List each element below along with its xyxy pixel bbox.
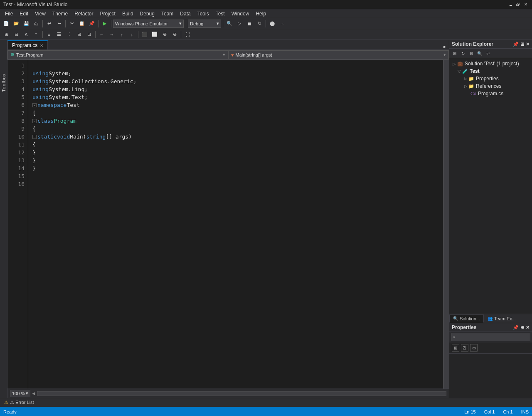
nav-member-dropdown[interactable]: ♥ Main(string[] args) ▾ [228, 50, 449, 59]
se-float-btn[interactable]: ⊞ [520, 42, 524, 47]
tb2-17[interactable]: ⊖ [170, 30, 179, 39]
tb-copy[interactable]: 📋 [77, 19, 86, 28]
tb2-16[interactable]: ⊕ [160, 30, 169, 39]
properties-object-dropdown[interactable]: ▾ [451, 333, 530, 341]
tb-start[interactable]: ▶ [100, 19, 109, 28]
tb2-4[interactable]: ⁻ [32, 30, 41, 39]
menu-window[interactable]: Window [228, 10, 253, 17]
tb-misc3[interactable]: ⏹ [245, 19, 254, 28]
config-dropdown[interactable]: Debug ▾ [188, 20, 221, 28]
tb-misc2[interactable]: ▷ [235, 19, 244, 28]
tb2-14[interactable]: ⬛ [140, 30, 149, 39]
vertical-scrollbar[interactable] [443, 60, 449, 389]
se-tb-refresh[interactable]: ↻ [459, 50, 467, 57]
tab-team-explorer[interactable]: 👥 Team Ex... [484, 314, 520, 323]
menu-theme[interactable]: Theme [49, 10, 71, 17]
code-editor[interactable]: 1 2 3 4 5 6 7 8 9 10 11 12 13 14 15 16 u… [7, 60, 449, 389]
tree-program-cs[interactable]: C# Program.cs [449, 90, 532, 97]
tb-cut[interactable]: ✂ [67, 19, 76, 28]
horizontal-scrollbar[interactable] [37, 391, 446, 396]
tb-save[interactable]: 💾 [22, 19, 31, 28]
prop-float-btn[interactable]: ⊞ [520, 325, 524, 330]
tb-paste[interactable]: 📌 [87, 19, 96, 28]
restore-button[interactable]: 🗗 [515, 2, 521, 7]
se-tb-filter[interactable]: 🔍 [476, 50, 483, 57]
tb2-3[interactable]: A [22, 30, 31, 39]
code-content[interactable]: using System; using System.Collections.G… [28, 60, 443, 389]
tb2-5[interactable]: ≡ [44, 30, 54, 39]
status-ins: INS [521, 409, 529, 414]
menu-view[interactable]: View [32, 10, 49, 17]
toolbox-tab[interactable]: Toolbox [0, 40, 7, 398]
tree-properties[interactable]: ▷ 📁 Properties [449, 75, 532, 82]
tb-open[interactable]: 📂 [12, 19, 21, 28]
scroll-left-btn[interactable]: ◀ [32, 391, 35, 396]
code-line-2: using System.Collections.Generic; [32, 77, 443, 85]
tb2-7[interactable]: ⋮ [64, 30, 74, 39]
se-pin-btn[interactable]: 📌 [513, 42, 519, 47]
minimize-button[interactable]: 🗕 [508, 2, 514, 7]
close-button[interactable]: ✕ [523, 2, 529, 7]
tree-references[interactable]: ▷ 📁 References [449, 82, 532, 90]
zoom-dropdown[interactable]: 100 % ▾ [10, 390, 30, 397]
menu-data[interactable]: Data [177, 10, 194, 17]
team-tab-icon: 👥 [488, 316, 493, 321]
tree-project[interactable]: ▽ 🧪 Test [449, 67, 532, 75]
sep2-1 [42, 31, 43, 38]
tb2-8[interactable]: ⊞ [74, 30, 84, 39]
tb-bp[interactable]: ⬤ [268, 19, 277, 28]
emulator-dropdown[interactable]: Windows Phone Emulator ▾ [113, 20, 184, 28]
sep-5 [223, 20, 223, 27]
tb2-15[interactable]: ⬜ [150, 30, 159, 39]
tb-step[interactable]: → [278, 19, 287, 28]
tb2-2[interactable]: ⊟ [12, 30, 21, 39]
tb-misc1[interactable]: 🔍 [225, 19, 234, 28]
se-tb-sync[interactable]: ⇄ [484, 50, 492, 57]
tb2-10[interactable]: ← [97, 30, 106, 39]
tb2-18[interactable]: ⛶ [183, 30, 192, 39]
tab-solution-explorer[interactable]: 🔍 Solution... [449, 314, 484, 323]
menu-file[interactable]: File [2, 10, 16, 17]
prop-close-btn[interactable]: ✕ [526, 325, 530, 330]
prop-pin-btn[interactable]: 📌 [513, 325, 519, 330]
error-list-tab[interactable]: ⚠ ⚠ Error List [0, 399, 38, 406]
menu-refactor[interactable]: Refactor [71, 10, 96, 17]
nav-type-dropdown[interactable]: ⚙ Test.Program ▾ [7, 50, 228, 59]
props-cat-btn[interactable]: ⊞ [452, 344, 459, 352]
collapse-7[interactable]: - [32, 103, 37, 107]
tree-solution[interactable]: ▷ 💼 Solution 'Test' (1 project) [449, 60, 532, 67]
se-tb-props[interactable]: ⊞ [451, 50, 458, 57]
menu-test[interactable]: Test [212, 10, 228, 17]
tb2-13[interactable]: ↓ [127, 30, 136, 39]
menu-tools[interactable]: Tools [194, 10, 212, 17]
toolbar-1: 📄 📂 💾 🗂 ↩ ↪ ✂ 📋 📌 ▶ Windows Phone Emulat… [0, 18, 532, 29]
tab-close-button[interactable]: ✕ [40, 43, 43, 48]
menu-debug[interactable]: Debug [137, 10, 158, 17]
menu-edit[interactable]: Edit [16, 10, 32, 17]
se-close-btn[interactable]: ✕ [526, 42, 530, 47]
tb-save-all[interactable]: 🗂 [32, 19, 41, 28]
tb-misc4[interactable]: ↻ [255, 19, 264, 28]
expand-references: ▷ [464, 84, 467, 88]
tb-undo[interactable]: ↩ [44, 19, 54, 28]
tb2-1[interactable]: ⊞ [2, 30, 11, 39]
line-numbers: 1 2 3 4 5 6 7 8 9 10 11 12 13 14 15 16 [7, 60, 28, 389]
tb2-12[interactable]: ↑ [117, 30, 126, 39]
editor-tab-program-cs[interactable]: Program.cs ✕ [7, 40, 48, 50]
se-tb-collapse[interactable]: ⊟ [468, 50, 475, 57]
tb2-6[interactable]: ☰ [54, 30, 64, 39]
tb-new-project[interactable]: 📄 [2, 19, 11, 28]
menu-build[interactable]: Build [119, 10, 137, 17]
props-event-btn[interactable]: ▭ [470, 344, 478, 352]
tb-redo[interactable]: ↪ [54, 19, 64, 28]
props-alpha-btn[interactable]: 2| [461, 344, 468, 352]
menu-help[interactable]: Help [252, 10, 269, 17]
window-controls[interactable]: 🗕 🗗 ✕ [508, 2, 529, 7]
menu-team[interactable]: Team [158, 10, 177, 17]
tb2-11[interactable]: → [107, 30, 116, 39]
tb2-9[interactable]: ⊡ [84, 30, 94, 39]
collapse-9[interactable]: - [32, 119, 37, 123]
menu-project[interactable]: Project [97, 10, 119, 17]
collapse-11[interactable]: - [32, 135, 37, 139]
tab-scroll-button[interactable]: ▸ [441, 44, 449, 50]
